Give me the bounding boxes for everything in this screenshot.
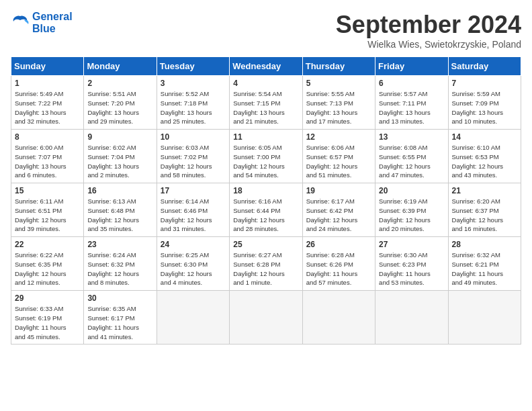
table-row: 21Sunrise: 6:20 AMSunset: 6:37 PMDayligh… [448,183,521,237]
day-info: Sunrise: 6:35 AMSunset: 6:17 PMDaylight:… [87,304,152,341]
table-row: 7Sunrise: 5:59 AMSunset: 7:09 PMDaylight… [448,76,521,130]
day-number: 13 [379,132,444,142]
info-line: Sunrise: 6:00 AM [15,144,63,151]
info-line: Daylight: 11 hours [379,270,431,277]
info-line: Daylight: 12 hours [161,270,212,277]
info-line: Sunset: 6:23 PM [379,261,426,268]
header-friday: Friday [375,57,448,76]
info-line: Sunrise: 6:03 AM [161,144,209,151]
day-number: 2 [87,79,152,88]
table-row: 9Sunrise: 6:02 AMSunset: 7:04 PMDaylight… [84,130,157,183]
info-line: Daylight: 13 hours [161,109,212,116]
info-line: and 58 minutes. [161,171,206,179]
day-info: Sunrise: 5:51 AMSunset: 7:20 PMDaylight:… [87,89,152,126]
table-row: 6Sunrise: 5:57 AMSunset: 7:11 PMDaylight… [375,76,448,130]
logo: General Blue [11,11,73,34]
info-line: Sunrise: 5:57 AM [379,90,427,97]
info-line: Sunrise: 5:54 AM [233,90,281,97]
table-row: 24Sunrise: 6:25 AMSunset: 6:30 PMDayligh… [157,237,229,291]
info-line: Daylight: 13 hours [87,163,139,170]
info-line: Sunrise: 6:32 AM [452,251,500,259]
info-line: Sunset: 6:17 PM [87,314,134,322]
info-line: Sunset: 7:07 PM [15,153,62,161]
info-line: Sunset: 6:48 PM [87,207,134,214]
info-line: Daylight: 12 hours [87,216,139,224]
day-number: 25 [233,240,298,249]
info-line: Sunset: 6:46 PM [161,207,208,214]
day-number: 21 [452,186,517,195]
table-row: 12Sunrise: 6:06 AMSunset: 6:57 PMDayligh… [302,130,375,183]
info-line: Sunrise: 6:10 AM [452,144,500,151]
info-line: Sunset: 7:02 PM [161,153,208,161]
day-info: Sunrise: 5:59 AMSunset: 7:09 PMDaylight:… [452,89,517,126]
info-line: Sunset: 6:39 PM [379,207,426,214]
day-info: Sunrise: 6:08 AMSunset: 6:55 PMDaylight:… [379,143,444,180]
info-line: and 35 minutes. [87,225,133,232]
table-row: 16Sunrise: 6:13 AMSunset: 6:48 PMDayligh… [84,183,157,237]
info-line: Sunset: 7:18 PM [161,99,208,107]
day-info: Sunrise: 6:16 AMSunset: 6:44 PMDaylight:… [233,197,298,234]
info-line: Daylight: 12 hours [306,216,358,224]
info-line: and 39 minutes. [15,225,60,232]
day-number: 19 [306,186,371,195]
day-number: 9 [87,132,152,142]
table-row: 13Sunrise: 6:08 AMSunset: 6:55 PMDayligh… [375,130,448,183]
info-line: Daylight: 12 hours [161,216,212,224]
info-line: Sunrise: 6:25 AM [161,251,209,259]
table-row: 19Sunrise: 6:17 AMSunset: 6:42 PMDayligh… [302,183,375,237]
info-line: and 29 minutes. [87,118,133,125]
day-info: Sunrise: 6:22 AMSunset: 6:35 PMDaylight:… [15,250,80,287]
day-number: 27 [379,240,444,249]
day-number: 28 [452,240,517,249]
table-row [230,291,302,345]
info-line: Sunrise: 6:05 AM [233,144,281,151]
info-line: Sunset: 6:55 PM [379,153,426,161]
day-info: Sunrise: 6:27 AMSunset: 6:28 PMDaylight:… [233,250,298,287]
day-number: 12 [306,132,371,142]
info-line: Daylight: 13 hours [87,109,139,116]
info-line: and 41 minutes. [87,333,133,340]
info-line: Sunset: 7:22 PM [15,99,62,107]
info-line: Sunrise: 6:30 AM [379,251,427,259]
table-row: 3Sunrise: 5:52 AMSunset: 7:18 PMDaylight… [157,76,229,130]
info-line: Sunrise: 6:19 AM [379,197,427,205]
table-row: 8Sunrise: 6:00 AMSunset: 7:07 PMDaylight… [11,130,84,183]
info-line: Sunset: 6:57 PM [306,153,353,161]
info-line: Sunset: 6:53 PM [452,153,499,161]
info-line: Sunset: 6:42 PM [306,207,353,214]
info-line: Sunset: 6:26 PM [306,261,353,268]
info-line: and 47 minutes. [379,171,425,179]
info-line: Sunrise: 6:11 AM [15,197,63,205]
info-line: Daylight: 13 hours [379,109,431,116]
day-number: 16 [87,186,152,195]
day-info: Sunrise: 6:30 AMSunset: 6:23 PMDaylight:… [379,250,444,287]
info-line: Sunrise: 5:51 AM [87,90,136,97]
info-line: Sunset: 6:35 PM [15,261,62,268]
header-sunday: Sunday [11,57,84,76]
info-line: Sunset: 7:09 PM [452,99,499,107]
info-line: Sunset: 7:20 PM [87,99,134,107]
table-row [157,291,229,345]
table-row: 23Sunrise: 6:24 AMSunset: 6:32 PMDayligh… [84,237,157,291]
table-row: 29Sunrise: 6:33 AMSunset: 6:19 PMDayligh… [11,291,84,345]
info-line: Daylight: 12 hours [233,270,285,277]
info-line: Daylight: 12 hours [161,163,212,170]
info-line: and 24 minutes. [306,225,352,232]
info-line: Sunset: 7:15 PM [233,99,280,107]
day-number: 26 [306,240,371,249]
info-line: Sunset: 6:32 PM [87,261,134,268]
table-row: 2Sunrise: 5:51 AMSunset: 7:20 PMDaylight… [84,76,157,130]
day-number: 29 [15,293,80,303]
info-line: Sunset: 6:19 PM [15,314,62,322]
day-number: 1 [15,79,80,88]
info-line: Sunset: 7:11 PM [379,99,426,107]
day-info: Sunrise: 6:33 AMSunset: 6:19 PMDaylight:… [15,304,80,341]
table-row: 11Sunrise: 6:05 AMSunset: 7:00 PMDayligh… [230,130,302,183]
info-line: and 31 minutes. [161,225,206,232]
info-line: Sunset: 6:28 PM [233,261,280,268]
day-info: Sunrise: 5:57 AMSunset: 7:11 PMDaylight:… [379,89,444,126]
header-saturday: Saturday [448,57,521,76]
table-row: 20Sunrise: 6:19 AMSunset: 6:39 PMDayligh… [375,183,448,237]
day-info: Sunrise: 6:25 AMSunset: 6:30 PMDaylight:… [161,250,226,287]
info-line: and 20 minutes. [379,225,425,232]
